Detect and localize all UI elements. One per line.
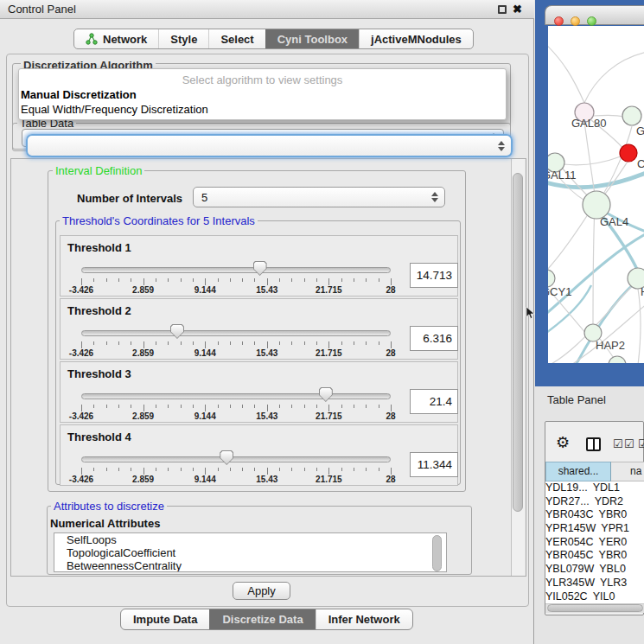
attribute-item-betweennesscentrality[interactable]: BetweennessCentrality [54, 559, 446, 572]
columns-icon[interactable] [586, 437, 601, 451]
threshold-value-field[interactable]: 21.4 [410, 389, 458, 414]
tick-mark [106, 468, 107, 471]
tick-mark [279, 468, 280, 471]
tab-network[interactable]: Network [74, 29, 158, 48]
slider-thumb[interactable] [220, 450, 233, 465]
table-row[interactable]: YDL19...YDL1 [545, 481, 644, 495]
network-edge [548, 41, 584, 103]
tick-mark [143, 468, 144, 475]
tick-mark [391, 278, 392, 285]
zoom-traffic-light-icon[interactable] [587, 16, 596, 26]
table-row[interactable]: YLR345WYLR3 [545, 577, 644, 590]
slider-thumb[interactable] [170, 324, 184, 339]
tick-mark [205, 405, 206, 411]
tab-jactivemnodules[interactable]: jActiveMNodules [359, 29, 473, 48]
slider-thumb[interactable] [319, 387, 333, 402]
tab-infer-network[interactable]: Infer Network [316, 609, 412, 629]
table-hscrollbar-thumb[interactable] [547, 604, 643, 612]
table-row[interactable]: YBR043CYBR0 [545, 508, 644, 522]
tick-mark [93, 405, 94, 408]
attribute-item-topologicalcoefficient[interactable]: TopologicalCoefficient [54, 546, 446, 559]
threshold-label: Threshold 1 [67, 241, 131, 254]
tick-mark [379, 468, 379, 471]
table-row[interactable]: YER054CYER0 [545, 536, 644, 550]
tick-mark [118, 341, 119, 345]
network-node-gcy1[interactable] [548, 270, 555, 287]
network-window-titlebar[interactable] [545, 5, 644, 25]
numerical-attributes-list[interactable]: SelfLoopsTopologicalCoefficientBetweenne… [54, 532, 447, 572]
attributes-list-scrollbar[interactable] [432, 535, 442, 571]
cell-shared-name: YBL079W [545, 563, 594, 577]
slider-track[interactable] [81, 456, 391, 462]
tick-label: 21.715 [303, 285, 354, 295]
checkbox-icon[interactable]: ☑ [613, 437, 623, 450]
table-row[interactable]: YDR27...YDR2 [545, 495, 644, 509]
table-row[interactable]: YPR145WYPR1 [545, 522, 644, 536]
tick-label: 9.144 [179, 285, 231, 295]
column-header-name[interactable]: na [611, 462, 644, 481]
close-traffic-light-icon[interactable] [554, 16, 564, 26]
algorithm-option-equal-width-frequency[interactable]: Equal Width/Frequency Discretization [21, 103, 208, 116]
checkbox-icon[interactable]: ☑ [638, 437, 644, 450]
tick-mark [366, 278, 367, 282]
table-row[interactable]: YIL052CYIL0 [545, 590, 644, 604]
tick-label: -3.426 [55, 348, 107, 358]
tick-mark [391, 405, 392, 411]
table-rows: YDL19...YDL1YDR27...YDR2YBR043CYBR0YPR14… [545, 481, 644, 603]
network-node-node-2[interactable] [622, 106, 641, 125]
tab-style[interactable]: Style [158, 29, 208, 48]
slider-track[interactable] [81, 267, 391, 273]
tick-mark [328, 278, 329, 285]
cell-shared-name: YDL19... [545, 481, 588, 495]
float-window-icon[interactable] [498, 5, 507, 14]
checkbox-icon[interactable]: ☑ [624, 437, 634, 450]
tick-mark [254, 405, 255, 408]
tab-impute-data[interactable]: Impute Data [121, 609, 209, 629]
slider-track[interactable] [81, 393, 391, 399]
tick-label: 2.859 [118, 285, 169, 295]
number-of-intervals-combobox[interactable]: 5 [193, 187, 445, 207]
panel-scrollbar-thumb[interactable] [513, 173, 523, 512]
table-row[interactable]: YBR045CYBR0 [545, 549, 644, 563]
network-icon [86, 33, 98, 45]
tick-mark [242, 405, 243, 408]
thresholds-group: Threshold's Coordinates for 5 Intervals … [55, 220, 461, 485]
tick-label: 15.43 [241, 475, 293, 484]
threshold-value-field[interactable]: 6.316 [410, 326, 458, 351]
slider-thumb[interactable] [253, 261, 267, 276]
slider-track[interactable] [81, 330, 391, 336]
node-label-node-red: C [637, 157, 644, 170]
network-canvas[interactable]: GAL80GACGAL11GAL4GCY1HHAP2 [548, 26, 644, 363]
tick-mark [391, 468, 392, 475]
tab-cyni-toolbox[interactable]: Cyni Toolbox [265, 29, 359, 48]
column-header-shared-name[interactable]: shared... [545, 462, 611, 481]
tick-mark [118, 405, 119, 408]
network-node-node-b[interactable] [609, 356, 626, 363]
tick-mark [304, 341, 305, 345]
apply-button[interactable]: Apply [233, 582, 290, 600]
network-node-node-red[interactable] [620, 144, 637, 162]
cell-shared-name: YBR045C [545, 549, 594, 563]
tick-mark [354, 341, 354, 345]
attribute-item-selfloops[interactable]: SelfLoops [54, 533, 446, 546]
tick-mark [379, 405, 379, 408]
cell-shared-name: YBR043C [545, 508, 594, 522]
threshold-value-field[interactable]: 11.344 [410, 452, 458, 477]
tick-mark [291, 341, 292, 345]
close-icon[interactable]: ✖ [513, 2, 522, 17]
table-header-row: shared... na [545, 462, 644, 481]
network-edge [638, 289, 641, 363]
network-edge [564, 156, 621, 165]
minimize-traffic-light-icon[interactable] [571, 16, 580, 26]
tab-select[interactable]: Select [208, 29, 265, 48]
algorithm-option-manual-discretization[interactable]: Manual Discretization [21, 88, 137, 101]
gear-icon[interactable]: ⚙ [556, 434, 570, 451]
tick-mark [218, 278, 219, 282]
tab-discretize-data[interactable]: Discretize Data [209, 609, 315, 629]
tick-mark [242, 341, 243, 345]
tick-label: 9.144 [179, 475, 231, 484]
table-row[interactable]: YBL079WYBL0 [545, 563, 644, 577]
tick-mark [304, 278, 305, 282]
threshold-value-field[interactable]: 14.713 [410, 263, 458, 288]
algorithm-combobox[interactable] [26, 134, 513, 157]
